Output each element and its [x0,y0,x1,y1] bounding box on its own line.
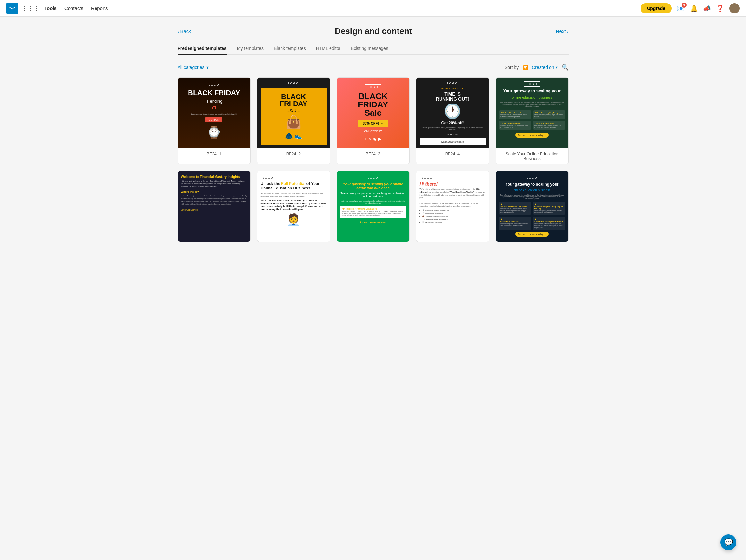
main-content: ‹ Back Design and content Next › Predesi… [171,17,575,252]
template-thumb-bf24-2: LOGO BLACKFRI DAY - Sale - 👜 🧥 👟 [257,78,330,148]
sort-row: Sort by 🔽 Created on ▾ 🔍 [505,64,569,71]
dark-edu2-item-2: ★ Valuable Insights, Every Day of the Da… [533,202,565,215]
edu-feature-2: ✓ Valuable Insights, Every Item From mar… [533,110,565,119]
page-title: Design and content [335,26,412,36]
template-label-bf24-4: BF24_4 [417,148,489,159]
tab-existing[interactable]: Existing messages [351,46,388,55]
templates-grid-row2: Welcome to Financial Mastery Insights Hi… [178,171,569,242]
grid-icon[interactable]: ⋮⋮⋮ [22,5,39,12]
unlock-text: Attract more students, optimize your pro… [261,192,327,198]
template-thumb-dark-edu2: LOGO Your gateway to scaling your online… [496,171,568,242]
categories-chevron-icon: ▾ [206,65,209,70]
fin-intro-text: Hi there, and welcome to the very first … [181,180,247,188]
hi-bullet-5: 📰 Exclusive Interviews [422,221,486,225]
fin-section-title: What's Inside? [181,190,247,193]
template-card-hi-there[interactable]: LOGO Hi there! We're hitting a high note… [416,171,489,242]
template-card-bf24-4[interactable]: LOGO BLACK FRIDAY TIME ISRUNNING OUT! 🕐 … [416,77,489,165]
bf2-title: BLACKFRI DAY [280,93,308,108]
nav-tools[interactable]: Tools [44,5,57,11]
bf2-inner: BLACKFRI DAY - Sale - 👜 🧥 👟 [261,88,327,145]
bell-icon[interactable]: 🔔 [690,4,698,12]
fin-cta: Let's Get Started [181,209,247,211]
categories-filter[interactable]: All categories ▾ [178,65,209,70]
dark-edu2-item-2-title: Valuable Insights, Every Day of the Day [535,206,564,210]
sort-value-label: Created on [532,65,554,70]
hi-bullet-4: 🎙 Advanced Vocal Techniques [422,218,486,222]
edu-feature-4-text: We focus on actionable strategies that a… [535,124,564,128]
hi-intro-text: We're hitting a high note today as we ce… [420,188,486,199]
template-card-edu-scale[interactable]: LOGO Your gateway to scaling your online… [496,77,569,165]
green-edu-text: with our specialized course designed for… [340,200,406,204]
megaphone-icon[interactable]: 📣 [703,4,711,12]
next-chevron-icon: › [567,29,568,34]
nav-contacts[interactable]: Contacts [64,5,83,11]
hi-bullet-list: 🎤 Enhanced Vocal Techniques 🎵 Performanc… [420,209,486,225]
edu-feature-2-title: ✓ Valuable Insights, Every Item [535,112,564,114]
back-button[interactable]: ‹ Back [178,29,191,34]
template-card-fin-dark[interactable]: Welcome to Financial Mastery Insights Hi… [178,171,251,242]
hi-bullet-1: 🎤 Enhanced Vocal Techniques [422,209,486,212]
template-thumb-green-edu: LOGO Your gateway to scaling your online… [337,171,409,242]
bf4-white-section: Nam libero tempore [420,139,486,145]
nav-reports[interactable]: Reports [91,5,108,11]
edu-feature-1: ✓ Tailored for Online Educators Whether … [499,110,531,119]
edu-feature-3-text: Our course is built in collaboration wit… [500,124,530,128]
unlock-person-icon: 🧑‍💼 [261,213,327,227]
template-thumb-bf24-1: LOGO BLACK FRIDAY is ending ⏱ Lorem ipsu… [178,78,250,148]
template-thumb-unlock: LOGO Unlock the Full Potential of Your O… [257,171,330,242]
top-nav: ⋮⋮⋮ Tools Contacts Reports Upgrade 📧 4 🔔… [0,0,746,17]
bf4-clock-icon: 🕐 [444,103,461,120]
dark-edu2-link: online education business [514,188,550,192]
svg-rect-0 [9,6,16,11]
template-card-dark-edu2[interactable]: LOGO Your gateway to scaling your online… [496,171,569,242]
nav-icons: 📧 4 🔔 📣 ❓ [677,3,740,13]
dark-edu2-item-4: ★ Actionable Strategies that Work We foc… [533,217,565,230]
tab-predesigned[interactable]: Predesigned templates [178,46,227,55]
tab-blank[interactable]: Blank templates [274,46,306,55]
dark-edu2-item-3-text: Collaborating with successful educators … [500,223,530,227]
hi-greeting: Hi there! [420,181,486,186]
bf3-ig-icon: ◉ [373,137,376,141]
bf1-text: Lorem ipsum dolor sit amet consectetur a… [191,113,237,115]
email-icon[interactable]: 📧 4 [677,4,685,12]
help-icon[interactable]: ❓ [716,4,724,12]
bf3-fb-icon: f [365,137,366,141]
dark-edu2-grid: ★ Tailored for Online Educators Whether … [499,202,565,230]
template-thumb-bf24-4: LOGO BLACK FRIDAY TIME ISRUNNING OUT! 🕐 … [417,78,489,148]
tab-html-editor[interactable]: HTML editor [316,46,341,55]
bf1-watch-icon: ⌚ [207,126,221,139]
template-card-bf24-2[interactable]: LOGO BLACKFRI DAY - Sale - 👜 🧥 👟 BF24_2 [257,77,330,165]
dark-edu2-item-1-text: Whether you're a music coach, fitness tr… [500,208,530,213]
bf2-jacket-icon: 🧥 [285,132,293,140]
template-card-bf24-3[interactable]: LOGO BLACKFRIDAYSale 30% OFF! → ONLY TOD… [337,77,410,165]
green-edu-subtitle: Transform your passion for teaching into… [340,192,406,198]
hi-bullet-3: 💼 Business Growth Strategies [422,215,486,218]
template-card-bf24-1[interactable]: LOGO BLACK FRIDAY is ending ⏱ Lorem ipsu… [178,77,251,165]
dark-edu2-star-4: ★ [535,218,564,221]
template-card-green-edu[interactable]: LOGO Your gateway to scaling your online… [337,171,410,242]
bf3-only-today: ONLY TODAY [364,130,382,133]
template-card-unlock[interactable]: LOGO Unlock the Full Potential of Your O… [257,171,330,242]
green-edu-learn-title: ★ Learn from the Best [360,221,386,224]
dark-edu2-star-2: ★ [535,203,564,206]
bf4-subtitle: BLACK FRIDAY [441,87,464,90]
bf4-discount: Get 20% off! [441,121,464,125]
search-icon[interactable]: 🔍 [562,64,569,71]
user-avatar[interactable] [729,3,740,13]
bf3-title: BLACKFRIDAYSale [358,92,388,117]
sort-filter-icon[interactable]: 🔽 [522,65,528,70]
bf2-shoe-icon: 👟 [294,132,302,140]
edu-feature-1-text: Whether you're a music coach, fitness in… [500,114,530,118]
sort-value[interactable]: Created on ▾ [532,65,557,70]
bf3-x-icon: ✕ [368,137,371,141]
template-thumb-hi-there: LOGO Hi there! We're hitting a high note… [417,171,489,242]
sort-chevron-icon: ▾ [555,65,558,70]
tab-my-templates[interactable]: My templates [237,46,263,55]
next-button[interactable]: Next › [556,29,569,34]
edu-title: Your gateway to scaling your [503,88,561,94]
edu-text: Transform your passion for teaching into… [499,101,565,107]
upgrade-button[interactable]: Upgrade [640,3,671,13]
edu-feature-3-title: ✓ Learn from the Best [500,122,530,124]
dark-edu2-star-3: ★ [500,218,530,221]
dark-edu2-item-1: ★ Tailored for Online Educators Whether … [499,202,531,215]
